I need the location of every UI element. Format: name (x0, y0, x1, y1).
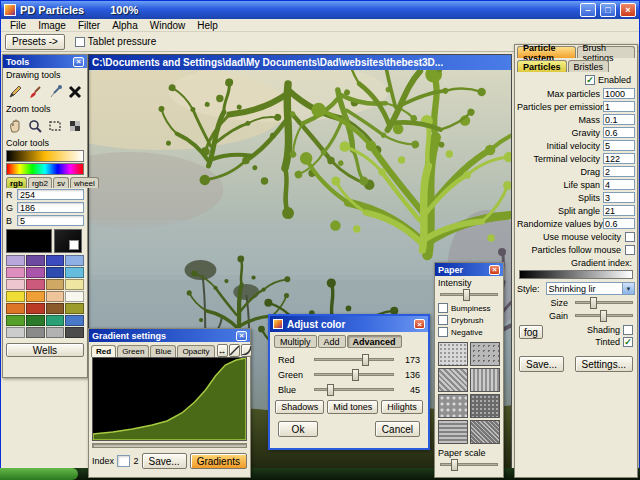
minimize-button[interactable]: – (580, 3, 596, 17)
app-titlebar[interactable]: PD Particles 100% – □ × (1, 1, 639, 19)
initial-velocity-input[interactable] (603, 140, 635, 151)
gradient-curve-editor[interactable] (92, 357, 247, 441)
paper-texture-swatch[interactable] (438, 342, 468, 366)
adjust-green-slider[interactable] (314, 373, 394, 376)
tab-advanced[interactable]: Advanced (347, 335, 402, 348)
palette-swatch[interactable] (65, 315, 84, 326)
paper-texture-swatch[interactable] (470, 368, 500, 392)
menu-filter[interactable]: Filter (73, 20, 105, 31)
value-ramp[interactable] (6, 150, 84, 162)
channel-r-value[interactable]: 254 (17, 189, 84, 200)
cancel-button[interactable]: Cancel (375, 421, 420, 437)
drag-input[interactable] (603, 166, 635, 177)
tab-particles[interactable]: Particles (517, 60, 567, 72)
shadows-button[interactable]: Shadows (275, 400, 324, 414)
tab-bristles[interactable]: Bristles (568, 60, 610, 72)
menu-help[interactable]: Help (192, 20, 223, 31)
tab-multiply[interactable]: Multiply (274, 335, 317, 348)
paper-texture-swatch[interactable] (438, 420, 468, 444)
tab-sv[interactable]: sv (53, 177, 69, 188)
palette-swatch[interactable] (6, 255, 25, 266)
bumpiness-checkbox[interactable] (438, 303, 448, 313)
max-particles-input[interactable] (603, 88, 635, 99)
tab-red[interactable]: Red (91, 345, 116, 357)
magnifier-icon[interactable] (27, 117, 44, 134)
adjust-close-icon[interactable]: × (414, 319, 425, 329)
palette-swatch[interactable] (65, 291, 84, 302)
curve-ramp-icon[interactable] (241, 344, 252, 357)
tablet-pressure-checkbox[interactable] (75, 37, 85, 47)
tools-close-icon[interactable]: × (73, 57, 84, 67)
life-span-input[interactable] (603, 179, 635, 190)
index-input[interactable] (117, 455, 130, 467)
size-slider[interactable] (575, 301, 633, 304)
secondary-color-swatch[interactable] (54, 229, 82, 253)
palette-swatch[interactable] (65, 255, 84, 266)
palette-swatch[interactable] (6, 267, 25, 278)
gradient-save-button[interactable]: Save... (142, 453, 187, 469)
palette-swatch[interactable] (26, 303, 45, 314)
palette-swatch[interactable] (6, 303, 25, 314)
split-angle-input[interactable] (603, 205, 635, 216)
tab-wheel[interactable]: wheel (70, 177, 99, 188)
palette-swatch[interactable] (6, 315, 25, 326)
palette-swatch[interactable] (65, 279, 84, 290)
channel-g-value[interactable]: 186 (17, 202, 84, 213)
adjust-blue-slider[interactable] (314, 388, 394, 391)
particles-follow-mouse-checkbox[interactable] (625, 245, 635, 255)
adjust-red-slider[interactable] (314, 358, 394, 361)
presets-button[interactable]: Presets -> (5, 34, 65, 50)
intensity-slider[interactable] (440, 293, 498, 296)
ok-button[interactable]: Ok (278, 421, 318, 437)
tinted-checkbox[interactable]: ✓ (623, 337, 633, 347)
particle-settings-button[interactable]: Settings... (575, 356, 633, 372)
paper-scale-slider[interactable] (440, 463, 498, 466)
paper-texture-swatch[interactable] (470, 420, 500, 444)
menu-window[interactable]: Window (145, 20, 191, 31)
adjust-color-titlebar[interactable]: Adjust color × (270, 316, 428, 332)
eyedropper-icon[interactable] (47, 83, 64, 100)
palette-swatch[interactable] (46, 303, 65, 314)
paper-texture-swatch[interactable] (438, 394, 468, 418)
maximize-button[interactable]: □ (600, 3, 616, 17)
tab-opacity[interactable]: Opacity (177, 345, 214, 357)
use-mouse-velocity-checkbox[interactable] (625, 232, 635, 242)
palette-swatch[interactable] (6, 327, 25, 338)
palette-swatch[interactable] (6, 279, 25, 290)
tab-green[interactable]: Green (117, 345, 149, 357)
gradient-titlebar[interactable]: Gradient settings × (89, 329, 250, 342)
tile-pattern-icon[interactable] (67, 117, 84, 134)
palette-swatch[interactable] (26, 315, 45, 326)
shading-checkbox[interactable] (623, 325, 633, 335)
palette-swatch[interactable] (26, 327, 45, 338)
gain-slider[interactable] (575, 314, 633, 317)
canvas-titlebar[interactable]: C:\Documents and Settings\dad\My Documen… (89, 55, 511, 70)
terminal-velocity-input[interactable] (603, 153, 635, 164)
splits-input[interactable] (603, 192, 635, 203)
hue-ramp[interactable] (6, 163, 84, 175)
wells-button[interactable]: Wells (6, 343, 84, 357)
palette-swatch[interactable] (6, 291, 25, 302)
brush-icon[interactable] (27, 83, 44, 100)
palette-swatch[interactable] (46, 327, 65, 338)
tab-particle-system[interactable]: Particle system (517, 46, 576, 58)
palette-swatch[interactable] (65, 327, 84, 338)
tools-panel-titlebar[interactable]: Tools × (3, 55, 87, 68)
expand-horizontal-icon[interactable]: ↔ (217, 344, 228, 357)
menu-image[interactable]: Image (33, 20, 71, 31)
primary-color-swatch[interactable] (6, 229, 52, 253)
randomize-values-input[interactable] (603, 218, 635, 229)
tab-add[interactable]: Add (318, 335, 346, 348)
paper-texture-swatch[interactable] (470, 394, 500, 418)
mid-tones-button[interactable]: Mid tones (327, 400, 378, 414)
marquee-icon[interactable] (47, 117, 64, 134)
palette-swatch[interactable] (26, 279, 45, 290)
gradient-index-strip[interactable] (519, 270, 633, 279)
palette-swatch[interactable] (46, 315, 65, 326)
gradient-close-icon[interactable]: × (236, 331, 247, 341)
pan-hand-icon[interactable] (7, 117, 24, 134)
drybrush-checkbox[interactable] (438, 315, 448, 325)
palette-swatch[interactable] (46, 279, 65, 290)
gravity-input[interactable] (603, 127, 635, 138)
mass-input[interactable] (603, 114, 635, 125)
